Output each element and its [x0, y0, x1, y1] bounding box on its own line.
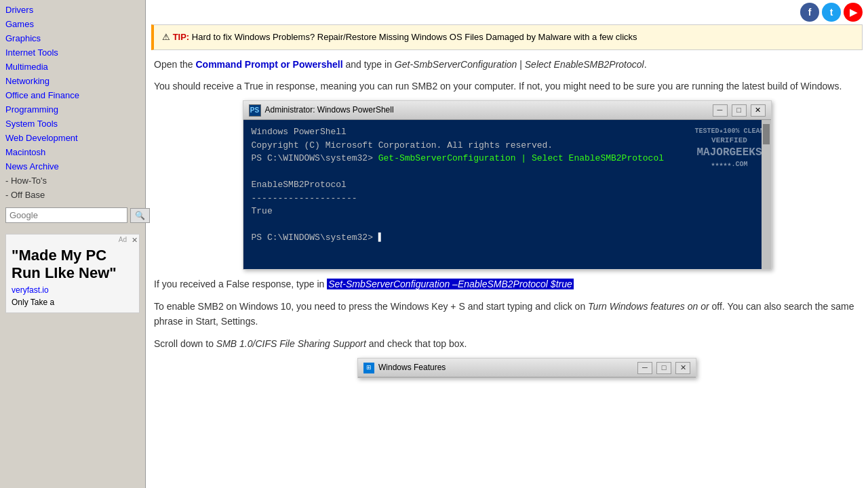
ps-line2: Copyright (C) Microsoft Corporation. All…	[252, 139, 763, 152]
para5: Scroll down to SMB 1.0/CIFS File Sharing…	[154, 336, 860, 351]
para4-prefix: To enable SMB2 on Windows 10, you need t…	[154, 301, 588, 312]
para5-prefix: Scroll down to	[154, 338, 216, 349]
ad-block: Ad ✕ "Made My PC Run LIke New" veryfast.…	[5, 234, 140, 313]
ps-prompt2: PS C:\WINDOWS\system32>	[252, 232, 378, 243]
ps-maximize-button[interactable]: □	[732, 104, 747, 117]
ps-scroll-thumb[interactable]	[763, 124, 770, 144]
wf-titlebar: ⊞ Windows Features ─ □ ✕	[358, 359, 696, 378]
para3-prefix: If you received a False response, type i…	[154, 279, 327, 289]
ad-badge: Ad	[119, 236, 127, 243]
ps-prompt1: PS C:\WINDOWS\system32>	[252, 153, 378, 163]
sidebar-item-macintosh[interactable]: Macintosh	[0, 145, 145, 159]
tip-text: Hard to fix Windows Problems? Repair/Res…	[192, 32, 637, 42]
search-row: 🔍	[0, 202, 145, 228]
wm-line4: ★★★★★.COM	[694, 160, 764, 169]
sidebar-item-drivers[interactable]: Drivers	[0, 3, 145, 17]
ps-app-icon: PS	[249, 104, 261, 117]
ps-titlebar: PS Administrator: Windows PowerShell ─ □…	[243, 101, 771, 120]
ps-title: Administrator: Windows PowerShell	[265, 104, 709, 117]
para1-bold: Command Prompt or Powershell	[196, 59, 343, 70]
windows-features-window: ⊞ Windows Features ─ □ ✕	[357, 358, 696, 378]
wf-close-button[interactable]: ✕	[675, 362, 690, 374]
ad-site[interactable]: veryfast.io	[12, 285, 134, 295]
sidebar-item-officeandfinance[interactable]: Office and Finance	[0, 88, 145, 102]
wf-title: Windows Features	[378, 361, 633, 374]
wm-line1: TESTED★100% CLEAN	[694, 127, 764, 136]
sidebar-item-newsarchive[interactable]: News Archive	[0, 159, 145, 174]
para3: If you received a False response, type i…	[154, 277, 860, 291]
ps-close-button[interactable]: ✕	[751, 104, 766, 117]
para4: To enable SMB2 on Windows 10, you need t…	[154, 299, 860, 329]
ps-command: Get-SmbServerConfiguration | Select Enab…	[378, 153, 664, 163]
sidebar-item-networking[interactable]: Networking	[0, 74, 145, 88]
ad-bottom: Only Take a	[12, 298, 134, 307]
youtube-icon[interactable]: ▶	[844, 3, 863, 22]
wf-maximize-button[interactable]: □	[656, 362, 671, 374]
para1: Open the Command Prompt or Powershell an…	[154, 57, 860, 72]
para3-link[interactable]: Set-SmbServerConfiguration –EnableSMB2Pr…	[327, 279, 574, 289]
nav-list: DriversGamesGraphicsInternet ToolsMultim…	[0, 3, 145, 202]
article-body: Open the Command Prompt or Powershell an…	[146, 57, 868, 379]
ps-blank2	[252, 218, 763, 232]
sidebar-item-graphics[interactable]: Graphics	[0, 31, 145, 45]
tip-label: TIP:	[173, 32, 190, 42]
sidebar-item-internettools[interactable]: Internet Tools	[0, 45, 145, 60]
wf-icon: ⊞	[363, 363, 374, 373]
ps-blank1	[252, 165, 763, 179]
sidebar-item-games[interactable]: Games	[0, 17, 145, 31]
tip-icon: ⚠	[162, 32, 170, 42]
main-content: f t ▶ ⚠ TIP: Hard to fix Windows Problem…	[146, 0, 868, 488]
search-input[interactable]	[5, 207, 127, 223]
ad-close-button[interactable]: ✕	[132, 236, 138, 245]
powershell-window: PS Administrator: Windows PowerShell ─ □…	[243, 100, 772, 270]
ps-line7: PS C:\WINDOWS\system32> ▌	[252, 231, 763, 245]
ps-line3: PS C:\WINDOWS\system32> Get-SmbServerCon…	[252, 152, 763, 165]
para5-italic: SMB 1.0/CIFS File Sharing Support	[216, 338, 366, 349]
para1-pipe: |	[517, 59, 524, 70]
sidebar-item-programming[interactable]: Programming	[0, 102, 145, 117]
para1-end: .	[644, 59, 647, 70]
wm-line2: VERIFIED	[694, 136, 764, 145]
para1-mid: and type in	[343, 59, 395, 70]
sidebar-item-multimedia[interactable]: Multimedia	[0, 60, 145, 74]
ps-scrollbar[interactable]	[762, 120, 771, 269]
ps-main: Windows PowerShell Copyright (C) Microso…	[243, 120, 771, 269]
para5-end: and check that top box.	[366, 338, 467, 349]
para1-prefix: Open the	[154, 59, 196, 70]
sidebar-item--offbase[interactable]: - Off Base	[0, 188, 145, 202]
wf-icon-glyph: ⊞	[366, 363, 372, 372]
ps-line5: --------------------	[252, 192, 763, 205]
ps-minimize-button[interactable]: ─	[713, 104, 728, 117]
tip-banner: ⚠ TIP: Hard to fix Windows Problems? Rep…	[151, 24, 863, 50]
social-bar: f t ▶	[146, 0, 868, 24]
para4-italic: Turn Windows features on or	[588, 301, 709, 312]
ps-content[interactable]: Windows PowerShell Copyright (C) Microso…	[243, 120, 771, 269]
ad-big-text: "Made My PC Run LIke New"	[12, 247, 134, 283]
para1-italic1: Get-SmbServerConfiguration	[395, 59, 517, 70]
ps-line6: True	[252, 205, 763, 218]
ps-watermark: TESTED★100% CLEAN VERIFIED MAJORGEEKS ★★…	[694, 127, 764, 168]
para1-italic2: Select EnableSMB2Protocol	[525, 59, 644, 70]
sidebar-item--how-to's[interactable]: - How-To's	[0, 174, 145, 188]
ps-outer: Windows PowerShell Copyright (C) Microso…	[243, 120, 771, 269]
sidebar-item-webdevelopment[interactable]: Web Development	[0, 131, 145, 145]
ps-cursor: ▌	[378, 232, 384, 243]
sidebar: DriversGamesGraphicsInternet ToolsMultim…	[0, 0, 146, 488]
wf-minimize-button[interactable]: ─	[637, 362, 652, 374]
ps-line4: EnableSMB2Protocol	[252, 178, 763, 192]
para2: You should receive a True in response, m…	[154, 79, 860, 94]
wm-line3: MAJORGEEKS	[694, 146, 764, 160]
facebook-icon[interactable]: f	[800, 3, 819, 22]
sidebar-item-systemtools[interactable]: System Tools	[0, 117, 145, 131]
twitter-icon[interactable]: t	[822, 3, 841, 22]
ps-line1: Windows PowerShell	[252, 125, 763, 139]
